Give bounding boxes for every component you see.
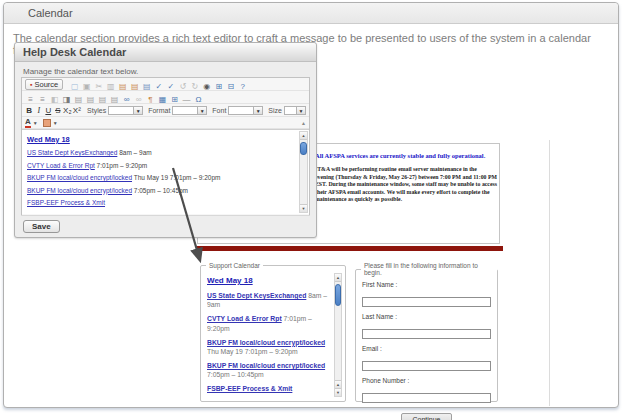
editor-toolbar-row-3: B I U S X₂ X² Styles ▼ Format ▼ Font	[22, 104, 309, 117]
page-title: Calendar	[28, 7, 73, 19]
bullet-list-icon[interactable]: ≡	[37, 94, 48, 105]
calendar-event: BKUP FM local/cloud encrypt/locked Thu M…	[207, 338, 332, 356]
event-time: 7:05pm – 10:45pm	[207, 371, 264, 378]
scroll-down-icon[interactable]: ▼	[300, 204, 307, 212]
editor-toolbar-row-2: ≡≡◧◨▤▤▤▤∞∞¶▦⊞—Ω	[22, 91, 309, 104]
event-link[interactable]: BKUP FM local/cloud encrypt/locked	[27, 174, 132, 181]
event-link[interactable]: BKUP FM local/cloud encrypt/locked	[207, 362, 325, 369]
phone-number-input[interactable]	[362, 393, 491, 403]
superscript-button[interactable]: X²	[73, 105, 82, 116]
window-titlebar: Calendar	[4, 3, 618, 24]
background-color-icon	[43, 119, 51, 127]
align-center-icon[interactable]: ▤	[85, 94, 96, 105]
event-link[interactable]: FSBP-EEF Process & Xmit	[27, 199, 105, 206]
event-link[interactable]: US State Dept KeysExchanged	[207, 292, 306, 299]
styles-value	[108, 106, 134, 115]
event-link[interactable]: US State Dept KeysExchanged	[27, 149, 117, 156]
form-field: First Name :	[362, 281, 491, 308]
size-label: Size	[268, 107, 282, 114]
unlink-icon[interactable]: ∞	[133, 94, 144, 105]
calendar-event: CVTY Load & Error Rpt 7:01pm – 9:20pm	[27, 162, 295, 169]
calendar-event: FSBP-EEF Process & Xmit	[207, 384, 332, 393]
calendar-event: BKUP FM local/cloud encrypt/locked Thu M…	[27, 174, 295, 181]
email-label: Email :	[362, 345, 491, 352]
strikethrough-button[interactable]: S	[54, 105, 63, 116]
font-value	[228, 106, 254, 115]
first-name-input[interactable]	[362, 297, 491, 307]
scroll-up-icon[interactable]: ▲	[335, 274, 341, 282]
event-time: 7:05pm – 10:45pm	[134, 187, 188, 194]
page-accent-bar	[197, 246, 503, 251]
about-icon[interactable]: ?	[237, 81, 248, 92]
contact-form-legend: Please fill in the following information…	[361, 262, 497, 276]
align-right-icon[interactable]: ▤	[97, 94, 108, 105]
contact-info-fieldset: Please fill in the following information…	[355, 262, 498, 402]
align-justify-icon[interactable]: ▤	[109, 94, 120, 105]
scrollbar-thumb[interactable]	[335, 284, 341, 306]
continue-button[interactable]: Continue	[401, 413, 451, 420]
font-dropdown[interactable]: Font ▼	[212, 106, 263, 115]
chevron-down-icon[interactable]: ▼	[134, 106, 143, 115]
bold-button[interactable]: B	[25, 105, 34, 116]
status-headline: All AFSPA services are currently stable …	[315, 152, 485, 159]
help-desk-calendar-panel: Help Desk Calendar Manage the calendar t…	[14, 42, 317, 238]
support-calendar-fieldset: Support Calendar Wed May 18 US State Dep…	[200, 262, 346, 402]
email-input[interactable]	[362, 361, 491, 371]
format-label: Format	[148, 107, 170, 114]
editor-scrollbar[interactable]: ▲ ▼	[299, 131, 308, 213]
scroll-up-icon[interactable]: ▲	[300, 132, 307, 140]
event-time: Thu May 19 7:01pm – 9:20pm	[134, 174, 221, 181]
show-blocks-icon[interactable]: ⊟	[225, 81, 236, 92]
event-link[interactable]: BKUP FM local/cloud encrypt/locked	[27, 187, 132, 194]
support-calendar-list: Wed May 18 US State Dept KeysExchanged 8…	[207, 273, 332, 398]
maximize-icon[interactable]: ⊞	[213, 81, 224, 92]
scrollbar-thumb[interactable]	[300, 142, 307, 155]
editor-content-area[interactable]: Wed May 18 US State Dept KeysExchanged 8…	[22, 129, 309, 214]
last-name-input[interactable]	[362, 329, 491, 339]
collapse-toolbar-icon[interactable]: ▲	[301, 120, 306, 126]
scroll-up-icon[interactable]: ▲	[335, 380, 341, 388]
save-button[interactable]: Save	[23, 220, 60, 233]
styles-dropdown[interactable]: Styles ▼	[87, 106, 143, 115]
editor-toolbar-row-4: A ▼ ▼ ▲	[22, 117, 309, 129]
form-field: Last Name :	[362, 313, 491, 340]
size-dropdown[interactable]: Size ▼	[268, 106, 306, 115]
event-link[interactable]: CVTY Load & Error Rpt	[27, 162, 95, 169]
outdent-icon[interactable]: ◧	[49, 94, 60, 105]
subscript-button[interactable]: X₂	[63, 105, 72, 116]
event-time: 8am – 9am	[119, 149, 152, 156]
chevron-down-icon[interactable]: ▼	[254, 106, 263, 115]
event-link[interactable]: FSBP-EEF Process & Xmit	[207, 385, 292, 392]
text-color-button[interactable]: A ▼	[25, 117, 38, 128]
anchor-icon[interactable]: ¶	[145, 94, 156, 105]
numbered-list-icon[interactable]: ≡	[25, 94, 36, 105]
first-name-label: First Name :	[362, 281, 491, 288]
panel-divider	[21, 215, 310, 216]
link-icon[interactable]: ∞	[121, 94, 132, 105]
chevron-down-icon[interactable]: ▼	[198, 106, 207, 115]
italic-button[interactable]: I	[35, 105, 44, 116]
support-calendar-scrollbar[interactable]: ▲ ▲ ▼	[334, 273, 342, 397]
table-icon[interactable]: ⊞	[169, 94, 180, 105]
horizontal-rule-icon[interactable]: —	[181, 94, 192, 105]
calendar-event: US State Dept KeysExchanged 8am – 9am	[207, 291, 332, 309]
text-color-icon: A	[25, 117, 31, 128]
chevron-down-icon: ▼	[53, 120, 58, 126]
event-link[interactable]: BKUP FM local/cloud encrypt/locked	[207, 339, 325, 346]
rich-text-editor: ▪ Source ▢▣✂▥▤▤▤✓✓↺↻◉⊞⊟? ≡≡◧◨▤▤▤▤∞∞¶▦⊞—Ω…	[21, 77, 310, 216]
status-body: IT&A will be performing routine email se…	[315, 166, 497, 204]
format-dropdown[interactable]: Format ▼	[148, 106, 207, 115]
event-time: 7:01pm – 9:20pm	[97, 162, 148, 169]
scroll-down-icon[interactable]: ▼	[335, 388, 341, 396]
indent-icon[interactable]: ◨	[61, 94, 72, 105]
image-icon[interactable]: ▦	[157, 94, 168, 105]
chevron-down-icon[interactable]: ▼	[297, 106, 306, 115]
background-color-button[interactable]: ▼	[43, 119, 58, 127]
align-left-icon[interactable]: ▤	[73, 94, 84, 105]
event-link[interactable]: CVTY Load & Error Rpt	[207, 315, 282, 322]
source-icon: ▪	[30, 81, 32, 88]
calendar-event: BKUP FM local/cloud encrypt/locked 7:05p…	[27, 187, 295, 194]
event-time: Thu May 19 7:01pm – 9:20pm	[207, 348, 298, 355]
special-char-icon[interactable]: Ω	[193, 94, 204, 105]
underline-button[interactable]: U	[44, 105, 53, 116]
